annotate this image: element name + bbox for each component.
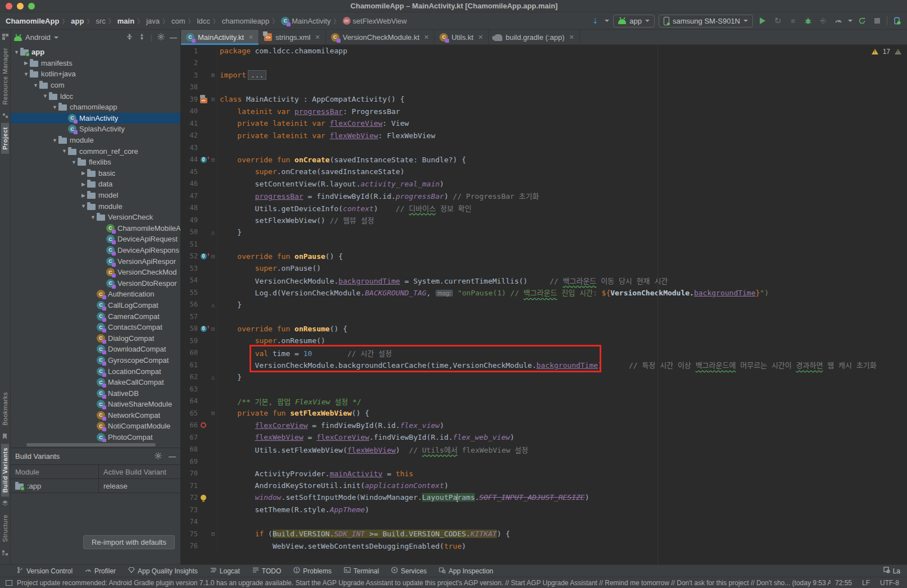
fold-open-icon[interactable]: ⊟ (209, 323, 217, 335)
maximize-window-button[interactable] (28, 3, 35, 10)
tool-window-structure[interactable]: Structure (1, 510, 9, 546)
tool-window-resource-manager[interactable]: Resource Manager (1, 44, 9, 109)
code-line[interactable]: 63 (181, 383, 907, 395)
tree-item-MakeCallCompat[interactable]: CMakeCallCompat (11, 377, 180, 388)
tool-window-button-services[interactable]: Services (391, 567, 427, 575)
code-line[interactable]: 66 flexCoreView = findViewById(R.id.flex… (181, 420, 907, 432)
tool-window-button-profiler[interactable]: Profiler (85, 567, 116, 575)
tab-MainActivity.kt[interactable]: CMainActivity.kt✕ (181, 30, 259, 44)
apply-code-changes-icon[interactable]: ≡ (787, 15, 799, 26)
debug-button[interactable] (802, 15, 814, 26)
code-line[interactable]: 1package com.ldcc.chamomileapp (181, 45, 907, 57)
code-line[interactable]: 75⊟ if (Build.VERSION.SDK_INT >= Build.V… (181, 528, 907, 540)
tool-window-button-app-quality-insights[interactable]: App Quality Insights (128, 567, 198, 575)
tree-item-app[interactable]: ▼app (11, 47, 180, 58)
code-line[interactable]: 76 WebView.setWebContentsDebuggingEnable… (181, 540, 907, 553)
code-line[interactable]: 46 setContentView(R.layout.activity_real… (181, 178, 907, 190)
code-line[interactable]: 69 (181, 455, 907, 468)
tree-expanded-arrow-icon[interactable]: ▼ (22, 71, 30, 77)
related-layout-file-icon[interactable]: <> (200, 98, 207, 103)
hide-panel-icon[interactable]: — (170, 33, 177, 42)
tree-item-com[interactable]: ▼com (11, 80, 180, 91)
tree-expanded-arrow-icon[interactable]: ▼ (32, 83, 39, 88)
close-tab-icon[interactable]: ✕ (569, 34, 574, 41)
inspections-widget[interactable]: 17 (872, 48, 901, 56)
fold-end-icon[interactable]: △ (209, 226, 217, 239)
device-manager-icon[interactable] (891, 15, 903, 26)
tree-item-flexlibs[interactable]: ▼flexlibs (11, 157, 180, 168)
tree-item-basic[interactable]: ▶basic (11, 168, 180, 179)
code-line[interactable]: 73 setTheme(R.style.AppTheme) (181, 504, 907, 516)
tool-window-button-terminal[interactable]: Terminal (344, 567, 379, 575)
tree-item-CallLogCompat[interactable]: CCallLogCompat (11, 300, 180, 311)
breadcrumb-item-app[interactable]: app (70, 17, 85, 25)
code-line[interactable]: 59 super.onResume() (181, 335, 907, 347)
tree-expanded-arrow-icon[interactable]: ▼ (89, 215, 97, 220)
settings-gear-icon[interactable] (155, 452, 162, 461)
tree-expanded-arrow-icon[interactable]: ▼ (42, 93, 49, 99)
tab-Utils.kt[interactable]: CUtils.kt✕ (434, 30, 488, 44)
device-select[interactable]: samsung SM-S901N (659, 15, 753, 28)
tree-collapsed-arrow-icon[interactable]: ▶ (22, 60, 30, 66)
fold-plus-icon[interactable]: ⊞ (209, 69, 217, 81)
fold-open-icon[interactable]: ⊟ (209, 154, 217, 166)
code-line[interactable]: 52O⊟ override fun onPause() { (181, 250, 907, 263)
tool-window-button-problems[interactable]: Problems (293, 567, 332, 575)
tab-strings.xml[interactable]: <>strings.xml✕ (259, 30, 325, 44)
override-gutter-icon[interactable]: O (198, 157, 209, 163)
rerun-icon[interactable]: ↻ (772, 15, 783, 26)
code-line[interactable]: 47 progressBar = findViewById(R.id.progr… (181, 190, 907, 202)
code-line[interactable]: 64 /** 기본, 팝업 FlexView 설정 */ (181, 395, 907, 408)
redring-gutter-icon[interactable] (198, 422, 209, 428)
tab-VersionCheckModule.kt[interactable]: CVersionCheckModule.kt✕ (326, 30, 435, 44)
tree-item-model[interactable]: ▶model (11, 190, 180, 201)
tree-item-common_ref_core[interactable]: ▼common_ref_core (11, 145, 180, 157)
tree-item-ChamomileMobileA[interactable]: CChamomileMobileA (11, 223, 180, 234)
vcs-update-icon[interactable]: ⇣ (589, 15, 601, 26)
stop-button[interactable] (872, 15, 883, 26)
fold-open-icon[interactable]: ⊟ (209, 250, 217, 263)
code-line[interactable]: 55 Log.d(VersionCheckModule.BACKGROUND_T… (181, 286, 907, 299)
code-line[interactable]: 67 flexWebView = flexCoreView.findViewBy… (181, 431, 907, 444)
tree-item-NativeDB[interactable]: CNativeDB (11, 388, 180, 399)
structure-icon[interactable] (2, 549, 9, 557)
tab-build.gradle (:app)[interactable]: build.gradle (:app)✕ (489, 30, 580, 44)
tool-window-button-version-control[interactable]: Version Control (17, 567, 72, 575)
chevron-down-icon[interactable] (54, 37, 58, 39)
tree-item-VersionCheck[interactable]: ▼VersionCheck (11, 212, 180, 223)
close-tab-icon[interactable]: ✕ (478, 34, 483, 41)
run-configuration-select[interactable]: app (613, 15, 655, 28)
breadcrumb-item-main[interactable]: main (116, 17, 135, 25)
tree-item-ContactsCompat[interactable]: CContactsCompat (11, 322, 180, 333)
code-line[interactable]: 56△ } (181, 299, 907, 311)
tree-expanded-arrow-icon[interactable]: ▼ (13, 49, 20, 55)
code-line[interactable]: 42 private lateinit var flexWebView: Fle… (181, 130, 907, 142)
code-line[interactable]: 2 (181, 57, 907, 70)
profiler-dropdown-icon[interactable] (848, 20, 852, 22)
override-method-icon[interactable]: O (201, 157, 207, 163)
tree-item-data[interactable]: ▶data (11, 179, 180, 190)
code-line[interactable]: 70 ActivityProvider.mainActivity = this (181, 468, 907, 480)
tree-item-ldcc[interactable]: ▼ldcc (11, 90, 180, 102)
collapse-all-icon[interactable] (138, 33, 146, 42)
tree-collapsed-arrow-icon[interactable]: ▶ (80, 170, 87, 176)
code-line[interactable]: 45 super.onCreate(savedInstanceState) (181, 166, 907, 178)
close-tab-icon[interactable]: ✕ (315, 34, 320, 41)
code-editor[interactable]: 1package com.ldcc.chamomileapp23⊞import.… (181, 45, 907, 564)
breadcrumb-item-MainActivity[interactable]: CMainActivity (280, 17, 332, 25)
expand-all-icon[interactable] (126, 33, 133, 42)
tree-item-manifests[interactable]: ▶manifests (11, 58, 180, 69)
tree-item-CameraCompat[interactable]: CCameraCompat (11, 311, 180, 322)
tree-expanded-arrow-icon[interactable]: ▼ (51, 138, 58, 143)
code-line[interactable]: 49 setFlexWebView() // 웹뷰 설정 (181, 214, 907, 226)
tree-item-SplashActivity[interactable]: CSplashActivity (11, 124, 180, 135)
tree-item-GyroscopeCompat[interactable]: CGyroscopeCompat (11, 355, 180, 366)
attach-debugger-icon[interactable]: ⎆ (818, 15, 829, 26)
minimize-window-button[interactable] (17, 3, 24, 10)
code-line[interactable]: 38 (181, 81, 907, 94)
profiler-icon[interactable] (833, 15, 844, 26)
code-line[interactable]: 74 (181, 516, 907, 528)
caret-position[interactable]: 72:55 (835, 579, 852, 587)
breadcrumb-item-chamomileapp[interactable]: chamomileapp (221, 17, 271, 25)
sync-gradle-icon[interactable] (856, 15, 868, 26)
